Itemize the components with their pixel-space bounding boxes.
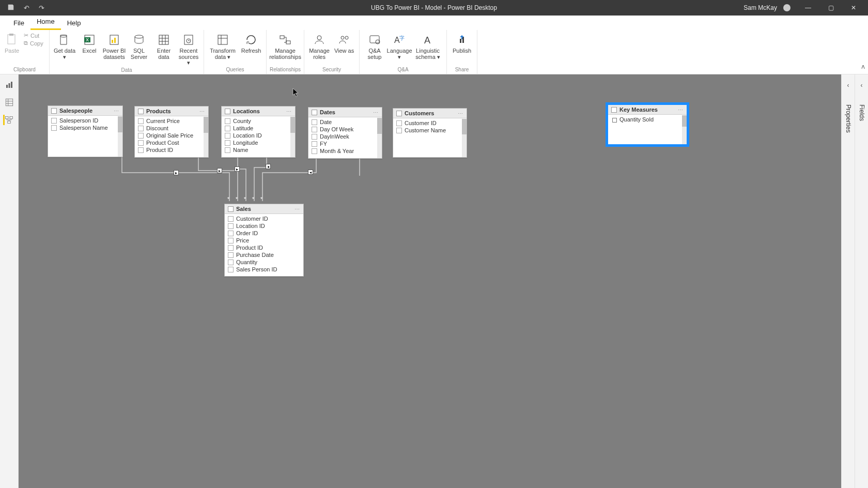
field-icon bbox=[312, 119, 317, 125]
table-salespeople[interactable]: Salespeople⋯ Salesperson ID Salesperson … bbox=[48, 105, 123, 157]
field-icon bbox=[228, 231, 234, 236]
more-icon[interactable]: ⋯ bbox=[678, 107, 684, 113]
field-item[interactable]: Product ID bbox=[135, 146, 208, 154]
table-icon bbox=[312, 110, 317, 115]
field-item[interactable]: Sales Person ID bbox=[225, 266, 303, 273]
field-item[interactable]: Customer ID bbox=[225, 215, 303, 222]
collapse-ribbon-icon[interactable]: ʌ bbox=[861, 63, 865, 70]
transform-icon bbox=[216, 33, 229, 47]
scrollbar[interactable] bbox=[118, 116, 122, 157]
field-icon bbox=[138, 147, 144, 153]
scrollbar[interactable] bbox=[462, 119, 467, 157]
model-view-icon[interactable] bbox=[3, 115, 13, 125]
more-icon[interactable]: ⋯ bbox=[286, 109, 292, 114]
manage-relationships-button[interactable]: Manage relationships bbox=[270, 32, 301, 61]
fields-pane-collapsed[interactable]: ‹ Fields bbox=[855, 74, 868, 488]
recent-sources-button[interactable]: Recent sources ▾ bbox=[177, 32, 200, 67]
redo-icon[interactable]: ↷ bbox=[39, 4, 44, 12]
field-item[interactable]: County bbox=[222, 117, 295, 125]
table-title: Locations bbox=[233, 108, 284, 114]
field-icon bbox=[138, 133, 144, 139]
linguistic-schema-button[interactable]: A Linguistic schema ▾ bbox=[412, 32, 443, 61]
field-item[interactable]: Day Of Week bbox=[308, 126, 382, 133]
qna-setup-button[interactable]: Q&A setup bbox=[363, 32, 386, 61]
excel-button[interactable]: X Excel bbox=[78, 32, 101, 55]
data-view-icon[interactable] bbox=[4, 97, 14, 108]
field-item[interactable]: Customer Name bbox=[393, 127, 467, 134]
title-bar: ↶ ↷ UBG To Power BI - Model - Power BI D… bbox=[0, 0, 868, 16]
field-item[interactable]: Salesperson Name bbox=[48, 124, 122, 131]
more-icon[interactable]: ⋯ bbox=[199, 109, 205, 114]
language-button[interactable]: A字 Language▾ bbox=[388, 32, 411, 61]
table-sales[interactable]: Sales⋯ Customer ID Location ID Order ID … bbox=[224, 204, 304, 277]
fields-label[interactable]: Fields bbox=[858, 104, 865, 121]
field-item[interactable]: Location ID bbox=[225, 222, 303, 230]
transform-data-button[interactable]: Transform data ▾ bbox=[207, 32, 238, 61]
chevron-left-icon[interactable]: ‹ bbox=[847, 82, 849, 89]
tab-home[interactable]: Home bbox=[30, 16, 61, 30]
field-item[interactable]: Quantity Sold bbox=[608, 116, 687, 123]
enter-data-icon bbox=[157, 33, 171, 47]
field-item[interactable]: Location ID bbox=[222, 132, 295, 139]
more-icon[interactable]: ⋯ bbox=[373, 110, 379, 115]
scrollbar[interactable] bbox=[290, 117, 295, 157]
svg-rect-33 bbox=[8, 83, 10, 88]
field-item[interactable]: Month & Year bbox=[308, 147, 382, 155]
publish-button[interactable]: Publish bbox=[450, 32, 474, 55]
tab-file[interactable]: File bbox=[7, 17, 30, 30]
field-item[interactable]: Discount bbox=[135, 125, 208, 132]
field-item[interactable]: Customer ID bbox=[393, 119, 467, 127]
field-item[interactable]: Quantity bbox=[225, 258, 303, 266]
field-item[interactable]: Original Sale Price bbox=[135, 132, 208, 139]
table-key-measures[interactable]: Key Measures⋯ Quantity Sold bbox=[608, 104, 687, 145]
chevron-left-icon[interactable]: ‹ bbox=[861, 82, 863, 89]
get-data-button[interactable]: Get data ▾ bbox=[53, 32, 76, 61]
table-locations[interactable]: Locations⋯ County Latitude Location ID L… bbox=[221, 106, 296, 158]
field-item[interactable]: Date bbox=[308, 118, 382, 126]
cardinality-label: * bbox=[236, 196, 238, 202]
tab-help[interactable]: Help bbox=[61, 17, 87, 30]
field-item[interactable]: Purchase Date bbox=[225, 251, 303, 258]
field-item[interactable]: Name bbox=[222, 146, 295, 154]
field-icon bbox=[225, 118, 230, 124]
field-item[interactable]: Order ID bbox=[225, 230, 303, 237]
manage-roles-button[interactable]: Manage roles bbox=[307, 32, 331, 61]
field-item[interactable]: FY bbox=[308, 140, 382, 147]
group-label-qna: Q&A bbox=[363, 67, 443, 73]
field-item[interactable]: Latitude bbox=[222, 125, 295, 132]
model-canvas[interactable]: ▸ ▸ ▸ ◂ ◂ 1 1 1 1 * * * * * Salespeople⋯… bbox=[19, 74, 841, 488]
more-icon[interactable]: ⋯ bbox=[295, 206, 300, 212]
field-item[interactable]: Price bbox=[225, 237, 303, 244]
table-products[interactable]: Products⋯ Current Price Discount Origina… bbox=[134, 106, 209, 158]
field-item[interactable]: DayInWeek bbox=[308, 133, 382, 140]
table-customers[interactable]: Customers⋯ Customer ID Customer Name bbox=[393, 108, 467, 158]
refresh-button[interactable]: Refresh bbox=[239, 32, 263, 55]
user-avatar-icon[interactable] bbox=[783, 4, 791, 11]
field-item[interactable]: Product Cost bbox=[135, 139, 208, 146]
scrollbar[interactable] bbox=[204, 117, 208, 157]
save-icon[interactable] bbox=[7, 4, 14, 12]
scrollbar[interactable] bbox=[377, 118, 382, 158]
enter-data-button[interactable]: Enter data bbox=[152, 32, 176, 61]
view-as-button[interactable]: View as bbox=[332, 32, 356, 55]
pbi-datasets-button[interactable]: Power BI datasets bbox=[102, 32, 126, 61]
field-item[interactable]: Salesperson ID bbox=[48, 117, 122, 124]
user-name[interactable]: Sam McKay bbox=[743, 4, 777, 11]
undo-icon[interactable]: ↶ bbox=[24, 4, 29, 12]
more-icon[interactable]: ⋯ bbox=[114, 108, 119, 114]
properties-pane-collapsed[interactable]: ‹ Properties bbox=[841, 74, 855, 488]
close-button[interactable]: ✕ bbox=[842, 0, 865, 16]
sql-server-button[interactable]: SQL Server bbox=[127, 32, 151, 61]
properties-label[interactable]: Properties bbox=[845, 104, 852, 133]
field-item[interactable]: Product ID bbox=[225, 244, 303, 251]
field-item[interactable]: Longitude bbox=[222, 139, 295, 146]
field-icon bbox=[228, 223, 234, 229]
table-dates[interactable]: Dates⋯ Date Day Of Week DayInWeek FY Mon… bbox=[308, 107, 382, 159]
field-item[interactable]: Current Price bbox=[135, 117, 208, 125]
scrollbar[interactable] bbox=[682, 115, 687, 144]
maximize-button[interactable]: ▢ bbox=[819, 0, 842, 16]
minimize-button[interactable]: — bbox=[797, 0, 819, 16]
more-icon[interactable]: ⋯ bbox=[458, 111, 463, 116]
svg-rect-0 bbox=[8, 35, 15, 44]
report-view-icon[interactable] bbox=[4, 80, 14, 90]
